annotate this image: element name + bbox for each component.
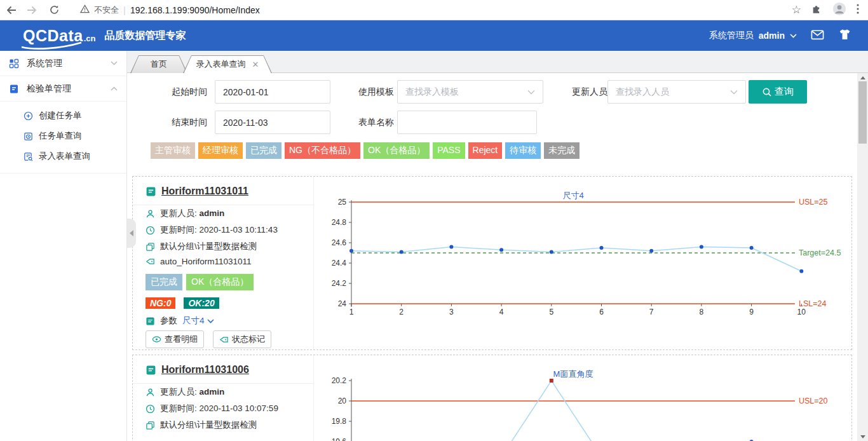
mail-icon[interactable]	[811, 29, 824, 43]
clock-icon	[146, 404, 155, 414]
form-name-input[interactable]	[397, 111, 537, 134]
address-bar[interactable]: 不安全 | 192.168.1.199:9090/Home/Index	[80, 4, 260, 16]
card-buttons-row: 查看明细 状态标记	[146, 330, 271, 348]
select-chevron-down-icon	[730, 90, 738, 95]
divider	[133, 383, 314, 384]
theme-shirt-icon[interactable]	[838, 29, 851, 43]
param-select-link[interactable]: 尺寸4	[182, 315, 214, 327]
select-chevron-down-icon	[527, 90, 535, 95]
start-date-input[interactable]	[215, 80, 330, 104]
view-detail-button[interactable]: 查看明细	[146, 330, 204, 348]
form-doc-icon	[146, 365, 156, 376]
svg-text:24.6: 24.6	[332, 238, 347, 247]
user-icon	[146, 388, 155, 397]
start-date-label: 起始时间	[156, 80, 207, 104]
browser-menu-kebab-icon[interactable]	[857, 4, 859, 17]
user-menu[interactable]: 系统管理员 admin	[709, 30, 797, 41]
browser-forward-icon[interactable]	[22, 4, 43, 16]
result-card: Horiform11031006 更新人员: admin 更新时间: 2020-…	[132, 355, 852, 441]
status-mark-label: 状态标记	[232, 334, 265, 345]
vertical-scrollbar[interactable]	[857, 73, 868, 441]
sidebar-item-label: 录入表单查询	[39, 151, 90, 162]
app-logo[interactable]: QCData.cn	[23, 27, 95, 45]
card-group-row: 默认分组\计量型数据检测	[146, 241, 257, 252]
svg-text:5: 5	[549, 308, 553, 316]
svg-text:8: 8	[700, 308, 704, 316]
status-badge: OK（合格品）	[186, 274, 254, 290]
svg-text:2: 2	[399, 308, 403, 316]
plus-circle-icon	[24, 111, 33, 121]
sidebar-collapse-handle[interactable]	[127, 219, 136, 248]
spc-chart-card2: USL=2020.22019.819.6M面直角度	[315, 355, 853, 441]
security-warning-icon[interactable]	[80, 4, 90, 16]
svg-text:20.2: 20.2	[332, 376, 347, 385]
clock-icon	[146, 226, 155, 235]
sidebar-group-system-management[interactable]: 系统管理	[0, 51, 126, 76]
time-value: 2020-11-03 10:07:59	[200, 404, 278, 413]
browser-reload-icon[interactable]	[43, 4, 65, 15]
browser-back-icon[interactable]	[0, 4, 22, 16]
card-time-row: 更新时间: 2020-11-03 10:07:59	[146, 403, 278, 414]
card-time-row: 更新时间: 2020-11-03 10:11:43	[146, 224, 278, 236]
sidebar-group-inspection-management[interactable]: 检验单管理	[0, 76, 126, 102]
sidebar-item-form-query[interactable]: 录入表单查询	[0, 146, 126, 166]
tab-label: 首页	[151, 58, 167, 70]
tab-form-query[interactable]: 录入表单查询 ✕	[183, 55, 272, 73]
card-updater-row: 更新人员: admin	[146, 208, 224, 219]
search-button[interactable]: 查询	[749, 80, 807, 104]
card-title-link[interactable]: Horiform11031011	[161, 186, 248, 197]
end-date-label: 结束时间	[156, 111, 207, 134]
bookmark-star-icon[interactable]: ☆	[792, 3, 801, 17]
updater-select[interactable]: 查找录入人员	[607, 80, 746, 104]
view-detail-label: 查看明细	[165, 334, 198, 345]
status-legend-badge: 待审核	[505, 142, 541, 159]
template-select[interactable]: 查找录入模板	[397, 80, 543, 104]
sidebar-item-task-query[interactable]: 任务单查询	[0, 126, 126, 146]
svg-text:Target=24.5: Target=24.5	[799, 248, 841, 257]
url-text[interactable]: 192.168.1.199:9090/Home/Index	[130, 5, 260, 15]
status-legend-badge: 经理审核	[198, 142, 243, 159]
form-doc-icon	[146, 186, 156, 197]
status-legend-badge: 已完成	[246, 142, 281, 159]
scrollbar-thumb[interactable]	[858, 81, 867, 144]
svg-text:20: 20	[338, 397, 347, 405]
sidebar-item-label: 创建任务单	[39, 110, 82, 121]
sidebar-submenu: 创建任务单 任务单查询 录入表单查询	[0, 102, 126, 173]
collapse-arrow-left-icon	[130, 230, 133, 236]
sidebar-item-create-task[interactable]: 创建任务单	[0, 105, 126, 126]
end-date-input[interactable]	[215, 111, 330, 134]
scroll-up-arrow[interactable]	[857, 73, 868, 82]
extensions-puzzle-icon[interactable]	[811, 3, 822, 17]
svg-text:USL=25: USL=25	[799, 198, 828, 207]
status-mark-button[interactable]: 状态标记	[213, 330, 271, 348]
card-info-panel: Horiform11031006 更新人员: admin 更新时间: 2020-…	[133, 355, 314, 441]
svg-text:24.4: 24.4	[332, 259, 347, 268]
status-legend-badge: PASS	[433, 142, 465, 159]
card-title-link[interactable]: Horiform11031006	[161, 364, 249, 376]
status-legend-badge: 主管审核	[151, 142, 195, 159]
copy-group-icon	[146, 242, 155, 252]
sidebar-group-label: 系统管理	[27, 58, 111, 69]
main-content: 起始时间 使用模板 查找录入模板 更新人员 查找录入人员 查询 结束时间 表单名…	[127, 73, 857, 441]
svg-text:USL=20: USL=20	[799, 397, 828, 405]
svg-text:24: 24	[338, 299, 347, 308]
time-value: 2020-11-03 10:11:43	[200, 225, 278, 234]
document-icon	[9, 84, 19, 94]
eye-icon	[152, 336, 161, 343]
svg-text:6: 6	[599, 308, 604, 316]
scroll-down-arrow[interactable]	[857, 432, 868, 441]
param-label: 参数	[160, 315, 177, 327]
card-info-panel: Horiform11031011 更新人员: admin 更新时间: 2020-…	[133, 177, 314, 349]
updater-label: 更新人员:	[160, 208, 197, 218]
svg-text:M面直角度: M面直角度	[553, 369, 593, 379]
tab-home[interactable]: 首页	[130, 55, 187, 73]
svg-text:19.6: 19.6	[332, 437, 347, 441]
search-icon	[762, 87, 772, 97]
status-badge: 已完成	[146, 274, 182, 290]
app-header: QCData.cn 品质数据管理专家 系统管理员 admin	[0, 20, 868, 51]
security-label[interactable]: 不安全	[94, 4, 119, 16]
svg-text:7: 7	[649, 308, 654, 316]
time-label: 更新时间:	[160, 225, 197, 234]
browser-profile-avatar[interactable]	[832, 2, 846, 18]
tab-close-icon[interactable]: ✕	[252, 60, 259, 69]
